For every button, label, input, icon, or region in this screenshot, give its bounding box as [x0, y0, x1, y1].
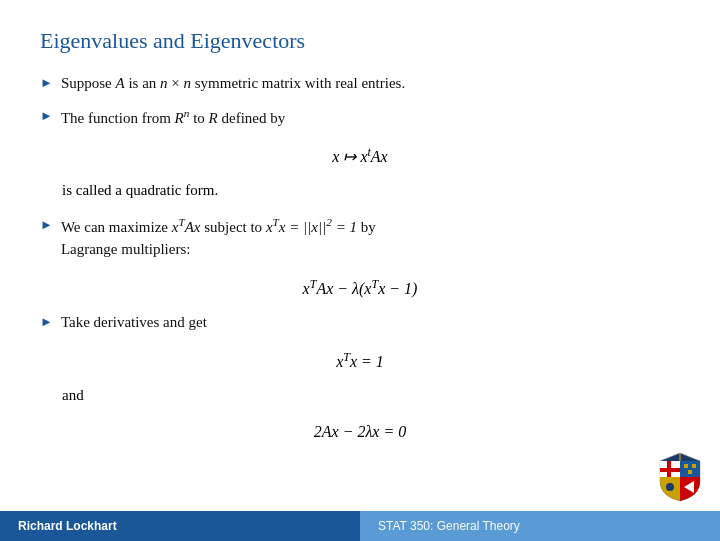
list-item-math3: xTx = 1 [40, 348, 680, 374]
footer-course: STAT 350: General Theory [360, 511, 720, 541]
list-item-math4: 2Ax − 2λx = 0 [40, 420, 680, 444]
bullet-arrow-2: ► [40, 106, 53, 126]
quadratic-label: is called a quadratic form. [62, 179, 680, 202]
bullet-text-2: The function from Rn to R defined by [61, 105, 680, 130]
bullet-list: ► Suppose A is an n × n symmetric matrix… [40, 72, 680, 444]
svg-rect-3 [692, 464, 696, 468]
slide: Eigenvalues and Eigenvectors ► Suppose A… [0, 0, 720, 541]
list-item-math2: xTAx − λ(xTx − 1) [40, 275, 680, 301]
list-item-math1: x ↦ xtAx [40, 143, 680, 169]
bullet-arrow-4: ► [40, 312, 53, 332]
svg-rect-4 [688, 470, 692, 474]
formula-1: x ↦ xtAx [332, 148, 387, 165]
formula-3: xTx = 1 [336, 353, 384, 370]
list-item: ► Take derivatives and get [40, 311, 680, 334]
svg-rect-1 [660, 468, 680, 472]
list-item-and: and [40, 384, 680, 407]
slide-title: Eigenvalues and Eigenvectors [40, 28, 680, 54]
formula-4: 2Ax − 2λx = 0 [314, 423, 407, 440]
formula-display-2: xTAx − λ(xTx − 1) [40, 275, 680, 301]
bullet-text-1: Suppose A is an n × n symmetric matrix w… [61, 72, 680, 95]
university-crest-icon [658, 451, 702, 503]
bullet-text-3: We can maximize xTAx subject to xTx = ||… [61, 214, 680, 261]
footer: Richard Lockhart STAT 350: General Theor… [0, 511, 720, 541]
list-item-label: is called a quadratic form. [40, 179, 680, 202]
formula-2: xTAx − λ(xTx − 1) [303, 280, 418, 297]
formula-display-1: x ↦ xtAx [40, 143, 680, 169]
svg-rect-2 [684, 464, 688, 468]
bullet-arrow-1: ► [40, 73, 53, 93]
list-item: ► We can maximize xTAx subject to xTx = … [40, 214, 680, 261]
list-item: ► Suppose A is an n × n symmetric matrix… [40, 72, 680, 95]
svg-point-5 [666, 483, 674, 491]
list-item: ► The function from Rn to R defined by [40, 105, 680, 130]
footer-author: Richard Lockhart [0, 511, 360, 541]
formula-display-3: xTx = 1 [40, 348, 680, 374]
formula-display-4: 2Ax − 2λx = 0 [40, 420, 680, 444]
bullet-arrow-3: ► [40, 215, 53, 235]
and-label: and [62, 384, 680, 407]
bullet-text-4: Take derivatives and get [61, 311, 680, 334]
